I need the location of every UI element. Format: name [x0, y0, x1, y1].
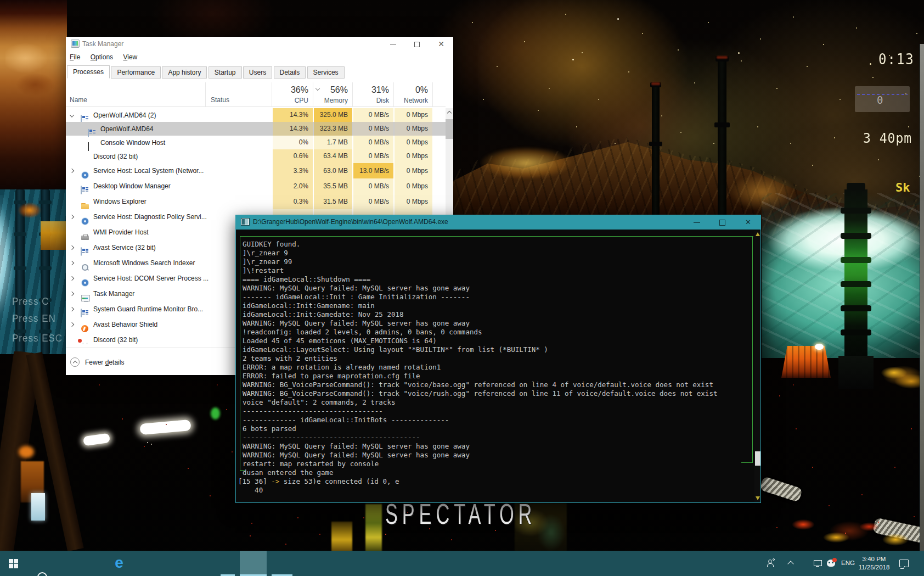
tab-startup[interactable]: Startup	[209, 66, 242, 79]
scroll-thumb[interactable]	[755, 451, 760, 466]
cpu-cell: 0.6%	[272, 149, 313, 163]
app-icon	[81, 309, 82, 317]
table-row[interactable]: OpenWolf.AMD64 (2) 14.3% 325.0 MB 0 MB/s…	[66, 108, 446, 122]
process-name: System Guard Runtime Monitor Bro...	[93, 305, 203, 313]
chevron-right-icon[interactable]	[70, 215, 74, 219]
cpu-cell: 0.3%	[272, 194, 313, 209]
press-hint: Press C	[12, 297, 49, 308]
right-edge-structure	[920, 44, 924, 552]
clock-date: 11/25/2018	[854, 563, 894, 572]
title-bar[interactable]: Task Manager ✕	[66, 37, 453, 51]
network-icon[interactable]	[814, 558, 824, 568]
fewer-details-icon[interactable]	[70, 357, 80, 367]
network-cell: 0 Mbps	[393, 178, 432, 194]
people-icon[interactable]	[767, 558, 777, 568]
orange-panel	[41, 221, 67, 250]
chevron-right-icon[interactable]	[70, 245, 74, 250]
maximize-button[interactable]	[709, 215, 735, 230]
table-row[interactable]: Discord (32 bit) 0.6% 63.4 MB 0 MB/s 0 M…	[66, 149, 446, 163]
menu-options[interactable]: Options	[91, 51, 113, 61]
console-border	[240, 236, 753, 237]
active-app-tile[interactable]	[240, 551, 267, 576]
planet-left	[0, 0, 67, 193]
chevron-right-icon[interactable]	[70, 307, 74, 311]
cortana-icon[interactable]	[35, 570, 48, 576]
menu-file[interactable]: File	[70, 51, 80, 61]
table-row[interactable]: Desktop Window Manager 2.0% 35.5 MB 0 MB…	[66, 178, 446, 194]
beam	[26, 352, 83, 551]
menu-view[interactable]: View	[123, 51, 137, 61]
minimize-button[interactable]	[381, 37, 405, 51]
column-network[interactable]: 0%Network	[393, 82, 432, 107]
discord-tray-icon[interactable]	[827, 558, 837, 568]
title-bar[interactable]: D:\GrangerHub\OpenWolf-Engine\bin\win64\…	[235, 215, 761, 230]
table-row[interactable]: Service Host: Local System (Networ... 3.…	[66, 163, 446, 178]
network-cell: 0 Mbps	[393, 194, 432, 209]
clock-time: 3:40 PM	[854, 555, 894, 563]
process-name: Service Host: Local System (Networ...	[93, 167, 204, 175]
table-row[interactable]: Windows Explorer 0.3% 31.5 MB 0 MB/s 0 M…	[66, 194, 446, 209]
scroll-thumb[interactable]	[446, 119, 453, 139]
clock[interactable]: 3:40 PM 11/25/2018	[854, 555, 894, 572]
tab-users[interactable]: Users	[243, 66, 272, 79]
column-cpu[interactable]: 36%CPU	[272, 82, 313, 107]
cpu-cell: 14.3%	[272, 122, 313, 136]
process-name: Avast Service (32 bit)	[93, 244, 156, 251]
scroll-up-icon[interactable]	[756, 232, 760, 236]
console-text: GUIDKEY found. ]\r_znear 9 ]\r_znear 99 …	[243, 240, 717, 495]
column-name[interactable]: Name	[70, 96, 87, 104]
tray-expand-icon[interactable]	[788, 561, 794, 566]
scroll-up-icon[interactable]	[446, 108, 453, 117]
process-name: Service Host: Diagnostic Policy Servi...	[93, 213, 207, 221]
tab-app-history[interactable]: App history	[162, 66, 207, 79]
press-hint: Press EN	[12, 314, 56, 325]
hud-player-tag: Sk	[895, 181, 910, 194]
network-cell: 0 Mbps	[393, 108, 432, 122]
window-title: D:\GrangerHub\OpenWolf-Engine\bin\win64\…	[253, 218, 448, 226]
edge-icon[interactable]: e	[112, 557, 126, 570]
network-cell: 0 Mbps	[393, 163, 432, 178]
column-disk[interactable]: 31%Disk	[352, 82, 393, 107]
chevron-right-icon[interactable]	[70, 169, 74, 173]
window-title: Task Manager	[82, 40, 123, 48]
process-name: Windows Explorer	[93, 198, 147, 205]
memory-cell: 63.4 MB	[313, 149, 352, 163]
column-headers: Name Status 36%CPU 56%Memory 31%Disk 0%N…	[66, 82, 446, 107]
close-button[interactable]: ✕	[735, 215, 761, 230]
console-border	[752, 236, 753, 463]
table-row[interactable]: Console Window Host 0% 1.7 MB 0 MB/s 0 M…	[66, 136, 446, 149]
scroll-down-icon[interactable]	[756, 496, 760, 500]
column-memory[interactable]: 56%Memory	[313, 82, 352, 107]
fewer-details-button[interactable]: Fewer details	[85, 359, 124, 366]
minimize-button[interactable]	[684, 215, 709, 230]
tab-details[interactable]: Details	[274, 66, 306, 79]
scrollbar[interactable]	[754, 231, 761, 502]
chevron-down-icon[interactable]	[70, 113, 74, 117]
tower-tip-light	[717, 56, 728, 59]
chevron-right-icon[interactable]	[70, 292, 74, 296]
memory-cell: 323.3 MB	[313, 122, 352, 136]
process-name: WMI Provider Host	[93, 228, 149, 236]
tower-collar	[714, 122, 730, 127]
close-button[interactable]: ✕	[429, 37, 453, 51]
lava-rock	[781, 346, 831, 378]
process-name: Discord (32 bit)	[93, 153, 138, 160]
chevron-right-icon[interactable]	[70, 261, 74, 265]
language-indicator[interactable]: ENG	[841, 560, 855, 566]
maximize-button[interactable]	[405, 37, 429, 51]
network-cell: 0 Mbps	[393, 149, 432, 163]
table-row-selected[interactable]: OpenWolf.AMD64 14.3% 323.3 MB 0 MB/s 0 M…	[66, 122, 446, 136]
action-center-icon[interactable]	[899, 558, 909, 568]
tab-performance[interactable]: Performance	[111, 66, 161, 79]
app-icon	[81, 186, 82, 194]
disk-cell: 13.0 MB/s	[352, 163, 393, 178]
chevron-right-icon[interactable]	[70, 322, 74, 327]
process-name: Avast Behavior Shield	[93, 321, 157, 328]
console-output[interactable]: GUIDKEY found. ]\r_znear 9 ]\r_znear 99 …	[235, 230, 761, 503]
tab-services[interactable]: Services	[307, 66, 345, 79]
start-button[interactable]	[7, 557, 20, 570]
disk-cell: 0 MB/s	[352, 108, 393, 122]
tower-tip-light	[651, 82, 660, 85]
chevron-right-icon[interactable]	[70, 276, 74, 281]
tab-processes[interactable]: Processes	[67, 65, 110, 79]
